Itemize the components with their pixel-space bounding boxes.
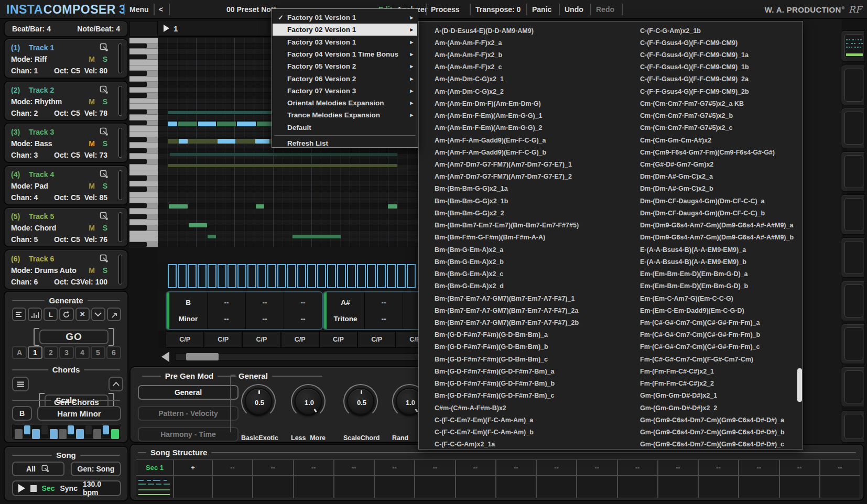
chevron-up-icon[interactable] bbox=[109, 377, 123, 391]
track-card[interactable]: (1)Track 1Mode: RiffMSChan: 1Oct: C5Vel:… bbox=[4, 39, 128, 78]
preset-item[interactable]: Dm-(Dm-CF-Daugs4-Gm)(Dm-CF-C-C)_b bbox=[640, 207, 765, 219]
midi-note[interactable] bbox=[217, 122, 236, 126]
back-button[interactable]: < bbox=[159, 0, 163, 19]
copy-paste-cell[interactable]: C/P bbox=[319, 331, 357, 348]
play-icon[interactable] bbox=[18, 484, 25, 492]
track-mode[interactable]: Mode: Riff bbox=[11, 55, 47, 63]
mute-button[interactable]: M bbox=[89, 224, 95, 232]
refresh-list-item[interactable]: Refresh List bbox=[273, 137, 417, 149]
preset-item[interactable]: Bm-(Bm-G-Em-A)x2_c bbox=[435, 268, 503, 280]
pre-gen-tab-pattern-velocity[interactable]: Pattern - Velocity bbox=[138, 406, 239, 421]
track-card[interactable]: (3)Track 3Mode: BassMSChan: 3Oct: C5Vel:… bbox=[4, 123, 128, 162]
velocity-bar[interactable] bbox=[218, 264, 226, 288]
preset-item[interactable]: Bm-(G-D-F#m7-F#m)(G-D-Bm-Bm)_c bbox=[435, 353, 548, 365]
preset-item[interactable]: Bm-(Bm7-Em7-A7-GM7)(Bm7-Em7-A7-F#7)_2b bbox=[435, 317, 579, 329]
preset-item[interactable]: Bm-(G-D-F#m7-F#m)(G-D-Bm-Bm)_a bbox=[435, 329, 548, 341]
track-mode[interactable]: Mode: Chord bbox=[11, 224, 56, 232]
chord-cell[interactable]: A#Tritone bbox=[327, 292, 365, 329]
preset-item[interactable]: E-(A-A-Bsus4-B)(A-A-EM9-EM9)_a bbox=[640, 244, 746, 256]
preset-item[interactable]: Em-(Em-Bm-Em-D)(Em-Bm-G-D)_a bbox=[640, 268, 748, 280]
song-structure-pattern-cell[interactable] bbox=[739, 476, 779, 498]
preset-item[interactable]: Am-(Am-Am-F-F)x2_c bbox=[435, 61, 502, 73]
song-structure-pattern-cell[interactable] bbox=[456, 476, 496, 498]
preset-item[interactable]: Fm-(C#-G#-Cm7-Cm)(C#-G#-Fm-Fm)_b bbox=[640, 329, 760, 341]
preset-item[interactable]: Bm-(Bm-F#m-G-F#m)(Bm-F#m-A-A) bbox=[435, 232, 545, 244]
preset-slot[interactable] bbox=[841, 65, 865, 105]
preset-item[interactable]: Bm-(Bm-Bm-G-G)x2_1b bbox=[435, 195, 508, 207]
midi-note[interactable] bbox=[208, 235, 216, 238]
track-octave[interactable]: Oct: C5 bbox=[54, 67, 80, 75]
midi-note[interactable] bbox=[388, 204, 397, 209]
scale-keyboard[interactable] bbox=[12, 424, 121, 440]
song-structure-pattern-cell[interactable] bbox=[496, 476, 536, 498]
undo-button[interactable]: Undo bbox=[565, 0, 583, 19]
velocity-bar[interactable] bbox=[317, 264, 326, 288]
knob-chords[interactable]: 0.5BasicExoticChords bbox=[241, 384, 276, 432]
velocity-bar[interactable] bbox=[247, 264, 256, 288]
preset-item[interactable]: C-(F-C-G-Am)x2_1a bbox=[435, 439, 495, 451]
preset-item[interactable]: C-(F-F-Gsus4-G)(F-F-CM9-CM9)_1a bbox=[640, 49, 749, 61]
velocity-bar[interactable] bbox=[387, 264, 396, 288]
scale-key-gs[interactable] bbox=[85, 425, 92, 434]
preset-item[interactable]: Gm-(Gm-Gm-D#-D#)x2_2 bbox=[640, 402, 717, 414]
velocity-bar[interactable] bbox=[357, 264, 366, 288]
menu-item[interactable]: Default bbox=[273, 122, 417, 134]
drag-to-daw-icon[interactable] bbox=[99, 85, 110, 95]
track-mode[interactable]: Mode: Bass bbox=[11, 139, 52, 148]
song-structure-pattern-cell[interactable] bbox=[577, 476, 617, 498]
repeat-icon[interactable] bbox=[59, 308, 73, 321]
velocity-bar[interactable] bbox=[267, 264, 276, 288]
track-channel[interactable]: Chan: 3 bbox=[11, 151, 38, 159]
preset-item[interactable]: Gm-(Gm9-C6s4-Dm7-Cm)(Gm9-C6s4-D#-D#)_b bbox=[640, 426, 785, 439]
preset-item[interactable]: Bm-(Bm-G-Em-A)x2_a bbox=[435, 244, 503, 256]
preset-item[interactable]: Cm-(G#-D#-Gm7-Gm)x2 bbox=[640, 159, 713, 171]
preset-item[interactable]: Am-(Am-F-Am-Gadd9)(Em-F-C-G)_b bbox=[435, 146, 546, 158]
preset-item[interactable]: Am-(Am-Am-F-F)x2_b bbox=[435, 49, 502, 61]
song-structure-pattern-cell[interactable] bbox=[212, 476, 253, 498]
preset-slot[interactable] bbox=[841, 151, 865, 192]
preset-item[interactable]: Bm-(Bm-G-Em-A)x2_d bbox=[435, 280, 504, 292]
preset-item[interactable]: Cm-(Cm-Cm7-Fm7-G7#5)x2_c bbox=[640, 122, 732, 134]
preset-slot[interactable] bbox=[841, 237, 865, 278]
gen-song-button[interactable]: Gen: Song bbox=[71, 462, 121, 476]
menu-item[interactable]: ✓Factory 01 Version 1▸ bbox=[273, 12, 417, 24]
piano-keys[interactable] bbox=[129, 38, 158, 247]
track-octave[interactable]: Oct: C3 bbox=[54, 278, 80, 286]
drag-to-daw-icon[interactable] bbox=[99, 42, 110, 53]
preset-item[interactable]: Gm-(Gm9-C6s4-Dm7-Cm)(Gm9-C6s4-D#-D#)_a bbox=[640, 414, 784, 426]
velocity-bar[interactable] bbox=[407, 264, 416, 288]
song-structure-pattern-cell[interactable] bbox=[536, 476, 577, 498]
mute-button[interactable]: M bbox=[89, 182, 95, 190]
submenu-scrollbar-thumb[interactable] bbox=[797, 368, 802, 402]
drag-to-daw-icon[interactable] bbox=[99, 127, 110, 137]
note-bars-icon[interactable] bbox=[28, 308, 42, 321]
stop-icon[interactable] bbox=[30, 485, 37, 492]
preset-item[interactable]: Bm-(G-D-F#m7-F#m)(G-D-F#m7-Bm)_c bbox=[435, 390, 555, 402]
preset-item[interactable]: Bm-(G-D-F#m7-F#m)(G-D-F#m7-Bm)_b bbox=[435, 378, 555, 390]
panic-button[interactable]: Panic bbox=[532, 0, 551, 19]
preset-item[interactable]: Dm-(Dm9-G6s4-Am7-Gm)(Dm9-G6s4-A#-A#M9)_a bbox=[640, 220, 793, 232]
preset-item[interactable]: Am-(Am7-Dm7-G7-FM7)(Am7-Dm7-G7-E7)_2 bbox=[435, 171, 572, 183]
velocity-bar[interactable] bbox=[287, 264, 296, 288]
scale-key-fs[interactable] bbox=[68, 425, 74, 434]
menu-button[interactable]: Menu bbox=[129, 0, 149, 19]
preset-slot[interactable] bbox=[841, 30, 865, 62]
track-channel[interactable]: Chan: 4 bbox=[11, 193, 38, 202]
menu-item[interactable]: Trance Melodies Expansion▸ bbox=[273, 109, 417, 121]
midi-note[interactable] bbox=[168, 164, 397, 167]
scale-key-b[interactable] bbox=[111, 429, 119, 439]
song-structure-pattern-cell[interactable] bbox=[415, 476, 455, 498]
chord-cell[interactable]: ---- bbox=[284, 292, 322, 329]
hamburger-icon[interactable] bbox=[12, 377, 29, 391]
scale-key-f[interactable] bbox=[59, 429, 67, 439]
track-channel[interactable]: Chan: 6 bbox=[11, 278, 38, 286]
preset-item[interactable]: C-(F-F-Gsus4-G)(F-F-CM9-CM9)_2a bbox=[640, 73, 749, 85]
drag-to-daw-icon[interactable] bbox=[99, 211, 110, 222]
track-level-slider[interactable] bbox=[118, 128, 122, 158]
scale-key-c[interactable] bbox=[15, 429, 23, 439]
copy-paste-cell[interactable]: C/P bbox=[166, 331, 204, 348]
preset-slot[interactable] bbox=[841, 194, 865, 235]
pattern-lines-icon[interactable] bbox=[12, 308, 26, 321]
preset-slot[interactable] bbox=[841, 108, 865, 148]
velocity-bar[interactable] bbox=[337, 264, 346, 288]
